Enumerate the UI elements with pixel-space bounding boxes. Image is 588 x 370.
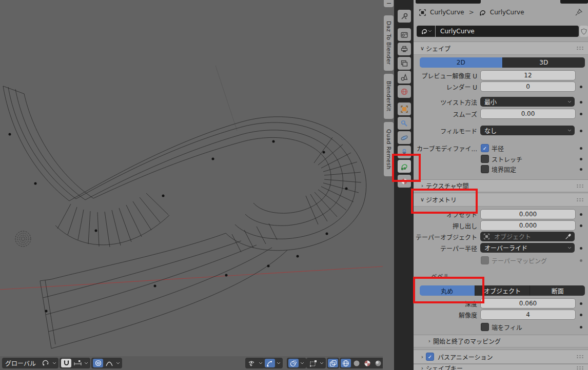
path-animation-checkbox[interactable]: ✓ [426, 353, 434, 361]
bounds-clamp-checkbox[interactable] [481, 165, 489, 173]
animate-dot[interactable] [580, 213, 582, 216]
annotation-box-geometry-section [411, 189, 478, 214]
viewport-canvas[interactable] [0, 0, 383, 370]
chevron-down-icon [258, 359, 263, 367]
row-stretch: ストレッチ [414, 154, 588, 164]
btn-2d[interactable]: 2D [420, 57, 503, 68]
animate-dot[interactable] [580, 247, 582, 250]
smooth-input[interactable]: 0.00 [480, 109, 576, 119]
render-icon [400, 31, 408, 39]
chevron-down-icon [84, 359, 89, 367]
tab-scene[interactable] [398, 71, 411, 84]
sidebar-tab-label: Quad Remesh [386, 129, 392, 170]
panel-grip[interactable] [576, 198, 584, 202]
animate-dot[interactable] [580, 302, 582, 305]
checkbox-label: 端をフィル [492, 323, 522, 332]
animate-dot[interactable] [580, 86, 582, 88]
proportional-editing-toggle[interactable] [93, 359, 103, 367]
curve-control-points[interactable] [9, 133, 348, 313]
field-label: プレビュー解像度 U [414, 71, 477, 80]
extrude-input[interactable]: 0.000 [480, 220, 576, 231]
fake-user-shield-button[interactable] [580, 26, 588, 37]
tab-render[interactable] [398, 28, 411, 41]
animate-dot[interactable] [580, 326, 582, 328]
eyedropper-icon[interactable] [565, 233, 572, 240]
object-type-visibility-dropdown[interactable] [245, 358, 265, 368]
taper-radius-dropdown[interactable]: オーバーライド [480, 243, 575, 253]
proportional-falloff-icon[interactable] [104, 359, 114, 367]
snap-target-icon[interactable] [72, 359, 83, 367]
options-dropdown[interactable] [306, 358, 326, 368]
fill-mode-dropdown[interactable]: なし [480, 126, 575, 135]
bevel-depth-input[interactable]: 0.060 [480, 298, 576, 309]
section-shape-keys[interactable]: › シェイプキー [414, 364, 588, 370]
taper-mapping-checkbox[interactable] [481, 256, 489, 264]
animate-dot[interactable] [580, 314, 582, 316]
panel-grip[interactable] [576, 355, 584, 359]
section-path-animation[interactable]: › ✓ パスアニメーション [414, 350, 588, 364]
name-input[interactable]: CurlyCurve [436, 26, 579, 37]
render-u-input[interactable]: 0 [480, 81, 576, 92]
panel-grip[interactable] [576, 366, 584, 370]
animate-dot[interactable] [580, 113, 582, 115]
xray-toggle[interactable] [328, 359, 338, 367]
check-icon: ✓ [483, 146, 487, 151]
animate-dot[interactable] [580, 158, 582, 160]
tab-view-layer[interactable] [398, 57, 411, 70]
animate-dot[interactable] [580, 101, 582, 104]
chevron-down-icon [567, 100, 572, 103]
pivot-point-dropdown[interactable] [39, 358, 58, 368]
animate-dot[interactable] [580, 130, 582, 132]
shading-wireframe-button[interactable] [341, 359, 351, 367]
panel-grip[interactable] [576, 184, 584, 188]
btn-3d[interactable]: 3D [503, 57, 585, 68]
preview-resolution-input[interactable]: 12 [480, 70, 576, 80]
tab-modifiers[interactable] [398, 117, 411, 130]
snap-magnet-toggle[interactable] [61, 359, 71, 367]
animate-dot[interactable] [580, 259, 582, 262]
chevron-right-icon: › [419, 365, 426, 370]
gizmos-group [263, 358, 283, 368]
sidebar-tab-partial[interactable]: l [384, 0, 394, 7]
bevel-profile-button[interactable]: 断面 [530, 285, 585, 296]
id-type-dropdown[interactable] [417, 26, 435, 37]
section-title: シェイプ [426, 44, 450, 53]
chevron-down-icon: ∨ [419, 45, 426, 52]
checkbox-label: ストレッチ [492, 155, 522, 163]
3d-viewport[interactable]: グローバル [0, 0, 383, 370]
bevel-resolution-input[interactable]: 4 [480, 310, 576, 320]
section-title: シェイプキー [426, 364, 463, 370]
tab-physics[interactable] [398, 131, 411, 144]
twist-method-dropdown[interactable]: 最小 [480, 97, 575, 107]
section-shape[interactable]: ∨ シェイプ [414, 42, 588, 55]
overlays-toggle[interactable] [288, 359, 299, 367]
shading-rendered-button[interactable] [373, 359, 383, 367]
shading-solid-button[interactable] [351, 359, 362, 367]
row-preview-resolution: プレビュー解像度 U 12 [414, 70, 588, 80]
gizmos-toggle[interactable] [265, 359, 275, 367]
fill-caps-checkbox[interactable] [481, 323, 489, 331]
animate-dot[interactable] [580, 168, 582, 171]
animate-dot[interactable] [580, 147, 582, 150]
tab-output[interactable] [398, 43, 411, 55]
shading-material-button[interactable] [362, 359, 373, 367]
breadcrumb-object-name[interactable]: CurlyCurve [430, 9, 464, 16]
tab-tool[interactable] [398, 10, 411, 23]
sidebar-tab-label: BlenderKit [386, 81, 392, 112]
tab-world[interactable] [398, 85, 411, 98]
stretch-checkbox[interactable] [481, 155, 489, 163]
tab-object[interactable] [398, 102, 411, 115]
panel-grip[interactable] [576, 46, 584, 50]
chevron-down-icon [300, 359, 305, 367]
sidebar-tab-blenderkit[interactable]: BlenderKit [384, 74, 394, 119]
pin-icon[interactable] [575, 8, 583, 16]
sidebar-tab-daz-to-blender[interactable]: Daz To Blender [384, 15, 394, 71]
animate-dot[interactable] [580, 224, 582, 227]
chevron-right-icon: › [419, 354, 426, 360]
breadcrumb-data-name[interactable]: CurlyCurve [490, 9, 524, 16]
section-start-end-mapping[interactable]: › 開始と終了のマッピング [414, 335, 588, 347]
taper-object-selector[interactable]: オブジェクト [480, 232, 575, 241]
offset-input[interactable]: 0.000 [480, 209, 576, 219]
radius-checkbox[interactable]: ✓ [481, 144, 489, 152]
pivot-icon [41, 359, 51, 367]
